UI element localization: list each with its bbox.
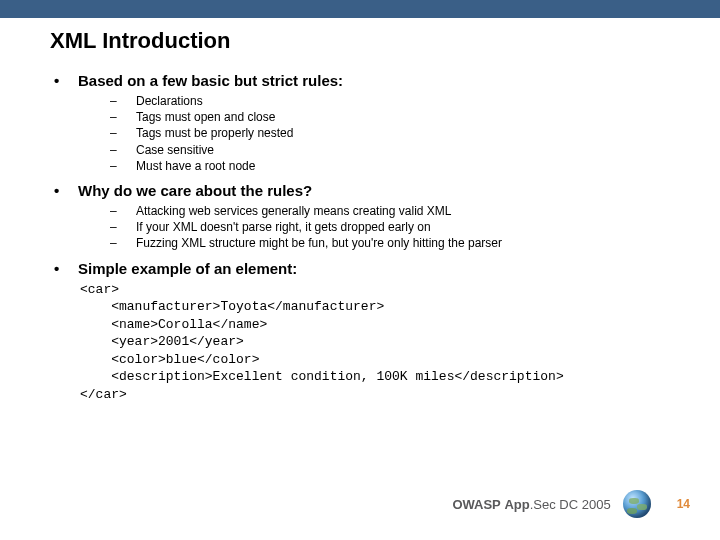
- dash-marker: –: [110, 109, 136, 125]
- bullet-2: •Why do we care about the rules?: [54, 182, 670, 199]
- dash-marker: –: [110, 93, 136, 109]
- sub-item: –Must have a root node: [110, 158, 670, 174]
- sub-item: –If your XML doesn't parse right, it get…: [110, 219, 670, 235]
- slide-title: XML Introduction: [50, 28, 670, 54]
- bullet-marker: •: [54, 72, 78, 89]
- dash-marker: –: [110, 142, 136, 158]
- bullet-3: •Simple example of an element:: [54, 260, 670, 277]
- sub-item-text: Case sensitive: [136, 143, 214, 157]
- sub-item-text: If your XML doesn't parse right, it gets…: [136, 220, 431, 234]
- code-example: <car> <manufacturer>Toyota</manufacturer…: [80, 281, 670, 404]
- bullet-2-text: Why do we care about the rules?: [78, 182, 312, 199]
- dash-marker: –: [110, 235, 136, 251]
- sub-item-text: Must have a root node: [136, 159, 255, 173]
- sub-item-text: Fuzzing XML structure might be fun, but …: [136, 236, 502, 250]
- sublist-2: –Attacking web services generally means …: [110, 203, 670, 252]
- sub-item: –Case sensitive: [110, 142, 670, 158]
- footer-event-a: App: [504, 497, 529, 512]
- sub-item-text: Attacking web services generally means c…: [136, 204, 451, 218]
- globe-icon: [623, 490, 651, 518]
- sub-item-text: Tags must be properly nested: [136, 126, 293, 140]
- bullet-marker: •: [54, 182, 78, 199]
- dash-marker: –: [110, 158, 136, 174]
- dash-marker: –: [110, 219, 136, 235]
- footer-text: OWASP App.Sec DC 2005: [452, 497, 610, 512]
- footer: OWASP App.Sec DC 2005 14: [452, 490, 690, 518]
- bullet-1: •Based on a few basic but strict rules:: [54, 72, 670, 89]
- footer-event-b: Sec DC 2005: [533, 497, 610, 512]
- header-bar: [0, 0, 720, 18]
- sub-item-text: Declarations: [136, 94, 203, 108]
- bullet-1-text: Based on a few basic but strict rules:: [78, 72, 343, 89]
- slide-content: XML Introduction •Based on a few basic b…: [0, 18, 720, 403]
- sublist-1: –Declarations –Tags must open and close …: [110, 93, 670, 174]
- sub-item: –Declarations: [110, 93, 670, 109]
- sub-item: –Tags must open and close: [110, 109, 670, 125]
- sub-item: –Attacking web services generally means …: [110, 203, 670, 219]
- sub-item: –Fuzzing XML structure might be fun, but…: [110, 235, 670, 251]
- bullet-marker: •: [54, 260, 78, 277]
- footer-org: OWASP: [452, 497, 500, 512]
- sub-item: –Tags must be properly nested: [110, 125, 670, 141]
- page-number: 14: [677, 497, 690, 511]
- dash-marker: –: [110, 125, 136, 141]
- bullet-3-text: Simple example of an element:: [78, 260, 297, 277]
- sub-item-text: Tags must open and close: [136, 110, 275, 124]
- dash-marker: –: [110, 203, 136, 219]
